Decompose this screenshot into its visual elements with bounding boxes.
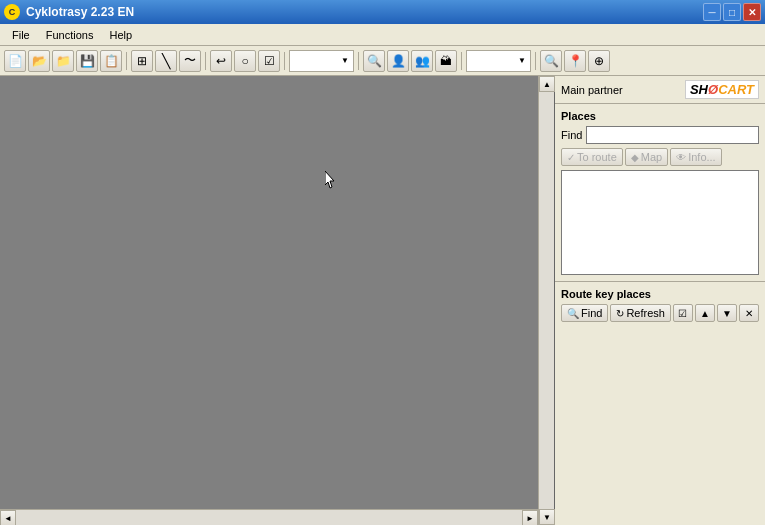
open-button[interactable]: 📂 xyxy=(28,50,50,72)
scroll-track-h[interactable] xyxy=(16,510,522,525)
scroll-down-button[interactable]: ▼ xyxy=(539,509,555,525)
map-button[interactable]: ◆ Map xyxy=(625,148,668,166)
person-button[interactable]: 👤 xyxy=(387,50,409,72)
route-check-icon: ☑ xyxy=(678,308,687,319)
route-up-icon: ▲ xyxy=(700,308,710,319)
places-title: Places xyxy=(561,110,759,122)
route-refresh-label: Refresh xyxy=(626,307,665,319)
open2-button[interactable]: 📁 xyxy=(52,50,74,72)
logo-sh: SH xyxy=(690,82,708,97)
route-find-label: Find xyxy=(581,307,602,319)
dropdown-2[interactable]: ▼ xyxy=(466,50,531,72)
zoom-in-button[interactable]: 🔍 xyxy=(363,50,385,72)
maximize-button[interactable]: □ xyxy=(723,3,741,21)
find-row: Find xyxy=(561,126,759,144)
book-button[interactable]: 📋 xyxy=(100,50,122,72)
separator-3 xyxy=(284,52,285,70)
separator-4 xyxy=(358,52,359,70)
route-down-icon: ▼ xyxy=(722,308,732,319)
title-bar: C Cyklotrasy 2.23 EN ─ □ ✕ xyxy=(0,0,765,24)
toolbar: 📄 📂 📁 💾 📋 ⊞ ╲ 〜 ↩ ○ ☑ ▼ 🔍 👤 👥 🏔 ▼ 🔍 📍 ⊕ xyxy=(0,46,765,76)
map-label: Map xyxy=(641,151,662,163)
route-find-button[interactable]: 🔍 Find xyxy=(561,304,608,322)
locate-button[interactable]: 📍 xyxy=(564,50,586,72)
map-area[interactable]: ▲ ▼ ◄ ► xyxy=(0,76,555,525)
route-title: Route key places xyxy=(561,288,759,300)
scroll-left-button[interactable]: ◄ xyxy=(0,510,16,525)
grid-button[interactable]: ⊞ xyxy=(131,50,153,72)
to-route-label: To route xyxy=(577,151,617,163)
separator-6 xyxy=(535,52,536,70)
close-button[interactable]: ✕ xyxy=(743,3,761,21)
scroll-up-button[interactable]: ▲ xyxy=(539,76,555,92)
route-refresh-button[interactable]: ↻ Refresh xyxy=(610,304,671,322)
route-refresh-icon: ↻ xyxy=(616,308,624,319)
route-up-button[interactable]: ▲ xyxy=(695,304,715,322)
mouse-cursor xyxy=(325,171,337,189)
circle-button[interactable]: ○ xyxy=(234,50,256,72)
logo-o: Ø xyxy=(708,82,718,97)
svg-marker-0 xyxy=(325,171,334,188)
search-button[interactable]: 🔍 xyxy=(540,50,562,72)
new-button[interactable]: 📄 xyxy=(4,50,26,72)
dropdown-2-arrow: ▼ xyxy=(518,56,526,65)
menu-bar: File Functions Help xyxy=(0,24,765,46)
info-label: Info... xyxy=(688,151,716,163)
route-section: Route key places 🔍 Find ↻ Refresh ☑ ▲ ▼ xyxy=(555,282,765,328)
gps-button[interactable]: ⊕ xyxy=(588,50,610,72)
app-icon: C xyxy=(4,4,20,20)
shocart-logo: SHØCART xyxy=(685,80,759,99)
dropdown-1[interactable]: ▼ xyxy=(289,50,354,72)
main-partner-label: Main partner xyxy=(561,84,623,96)
places-section: Places Find ✓ To route ◆ Map 👁 Info... xyxy=(555,104,765,282)
window-title: Cyklotrasy 2.23 EN xyxy=(26,5,134,19)
right-panel: Main partner SHØCART Places Find ✓ To ro… xyxy=(555,76,765,525)
places-list xyxy=(561,170,759,275)
separator-2 xyxy=(205,52,206,70)
save-button[interactable]: 💾 xyxy=(76,50,98,72)
minimize-button[interactable]: ─ xyxy=(703,3,721,21)
info-icon: 👁 xyxy=(676,152,686,163)
route-delete-button[interactable]: ✕ xyxy=(739,304,759,322)
find-input[interactable] xyxy=(586,126,759,144)
menu-help[interactable]: Help xyxy=(101,27,140,43)
route-down-button[interactable]: ▼ xyxy=(717,304,737,322)
main-content: ▲ ▼ ◄ ► Main partner SHØCART Places Find xyxy=(0,76,765,525)
partner-header: Main partner SHØCART xyxy=(555,76,765,104)
find-label: Find xyxy=(561,129,582,141)
photo-button[interactable]: 🏔 xyxy=(435,50,457,72)
scroll-right-button[interactable]: ► xyxy=(522,510,538,525)
to-route-icon: ✓ xyxy=(567,152,575,163)
dropdown-1-arrow: ▼ xyxy=(341,56,349,65)
title-bar-left: C Cyklotrasy 2.23 EN xyxy=(4,4,134,20)
separator-1 xyxy=(126,52,127,70)
person2-button[interactable]: 👥 xyxy=(411,50,433,72)
places-buttons: ✓ To route ◆ Map 👁 Info... xyxy=(561,148,759,166)
route-delete-icon: ✕ xyxy=(745,308,753,319)
separator-5 xyxy=(461,52,462,70)
vertical-scrollbar[interactable]: ▲ ▼ xyxy=(538,76,554,525)
map-icon: ◆ xyxy=(631,152,639,163)
line-button[interactable]: ╲ xyxy=(155,50,177,72)
info-button[interactable]: 👁 Info... xyxy=(670,148,722,166)
undo-button[interactable]: ↩ xyxy=(210,50,232,72)
curve-button[interactable]: 〜 xyxy=(179,50,201,72)
check-button[interactable]: ☑ xyxy=(258,50,280,72)
scroll-track-v[interactable] xyxy=(539,92,554,509)
window-controls: ─ □ ✕ xyxy=(703,3,761,21)
menu-functions[interactable]: Functions xyxy=(38,27,102,43)
menu-file[interactable]: File xyxy=(4,27,38,43)
to-route-button[interactable]: ✓ To route xyxy=(561,148,623,166)
route-find-icon: 🔍 xyxy=(567,308,579,319)
logo-cart: CART xyxy=(718,82,754,97)
horizontal-scrollbar[interactable]: ◄ ► xyxy=(0,509,538,525)
route-check-button[interactable]: ☑ xyxy=(673,304,693,322)
route-buttons: 🔍 Find ↻ Refresh ☑ ▲ ▼ ✕ xyxy=(561,304,759,322)
